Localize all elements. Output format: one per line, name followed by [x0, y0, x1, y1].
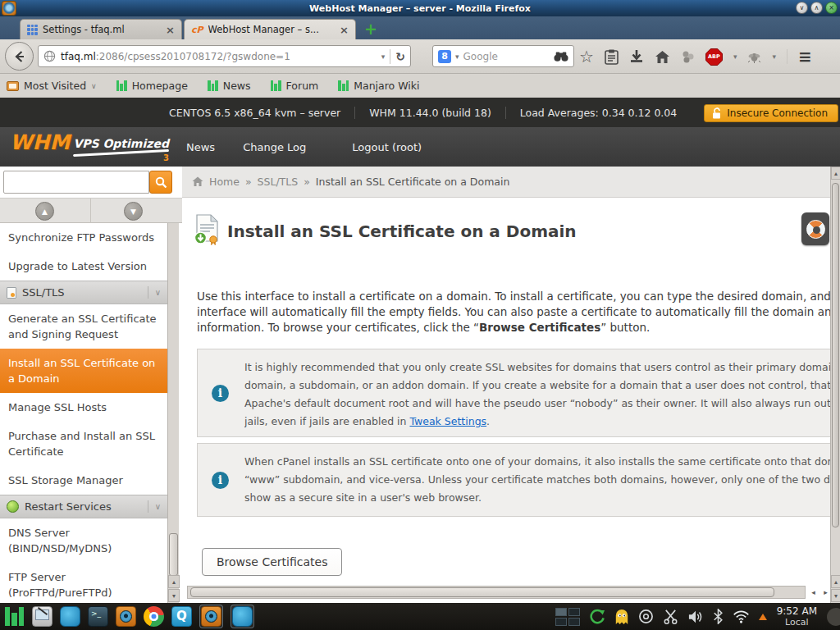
clipboard-scissors-icon[interactable] [663, 609, 678, 624]
reload-icon[interactable]: ↻ [395, 50, 405, 63]
bookmark-star-icon[interactable]: ☆ [579, 47, 594, 66]
minimize-button[interactable]: ∨ [796, 2, 808, 14]
workspace-switcher[interactable] [555, 608, 580, 626]
display-settings-icon[interactable] [32, 606, 52, 627]
menu-scroll-down-button[interactable]: ▼ [124, 202, 143, 221]
window-title: WebHost Manager – server - Mozilla Firef… [0, 3, 840, 14]
page-scrollbar-thumb[interactable] [832, 183, 839, 527]
chevron-down-icon: ∨ [91, 82, 97, 90]
menu-scroll-up-button[interactable]: ▲ [35, 202, 54, 221]
bookmark-forum[interactable]: Forum [271, 80, 319, 92]
bookmarks-clipboard-icon[interactable] [605, 49, 619, 65]
scroll-right-stepper[interactable]: ▸ [819, 586, 832, 599]
folder-icon [7, 81, 19, 91]
horizontal-scrollbar-thumb[interactable] [190, 587, 774, 597]
firefox-window-button[interactable] [199, 605, 223, 628]
greasemonkey-icon[interactable] [747, 51, 761, 63]
page-scrollbar-horizontal[interactable] [187, 586, 806, 599]
close-button[interactable]: × [825, 2, 838, 14]
disc-burner-icon[interactable] [638, 609, 654, 624]
sidebar-item-install-ssl[interactable]: Install an SSL Certificate on a Domain [0, 349, 167, 393]
open-lock-icon [711, 107, 722, 119]
insecure-connection-button[interactable]: Insecure Connection [704, 104, 838, 122]
whm-nav-changelog[interactable]: Change Log [243, 141, 306, 153]
firefox-launcher-icon[interactable] [116, 606, 136, 627]
sidebar-item-dns-server[interactable]: DNS Server (BIND/NSD/MyDNS) [0, 518, 167, 563]
sidebar-search-input[interactable] [3, 171, 149, 194]
section-collapse-icon[interactable]: ∨ [148, 286, 167, 299]
scroll-up-stepper[interactable]: ▴ [831, 575, 840, 588]
sidebar-search-button[interactable] [149, 171, 172, 194]
bookmark-manjaro-wiki[interactable]: Manjaro Wiki [338, 80, 419, 92]
scroll-left-stepper[interactable]: ◂ [807, 586, 819, 599]
sidebar-item-synchronize-ftp[interactable]: Synchronize FTP Passwords [0, 223, 167, 252]
url-text[interactable]: tfaq.ml:2086/cpsess2010708172/?gswdone=1 [61, 51, 377, 62]
search-icon [155, 176, 167, 189]
tweak-settings-link[interactable]: Tweak Settings [409, 415, 486, 427]
sidebar-scroll-strip: ▲ ▼ [0, 198, 182, 223]
breadcrumb-ssl-tls[interactable]: SSL/TLS [258, 176, 299, 188]
tab-close-icon[interactable]: × [166, 24, 175, 36]
tab-whm[interactable]: cP WebHost Manager – s... × [184, 19, 356, 39]
scroll-up-stepper[interactable]: ▴ [168, 575, 180, 588]
tab-close-icon[interactable]: × [340, 24, 349, 36]
manjaro-menu-icon[interactable] [4, 606, 25, 627]
bookmark-homepage[interactable]: Homepage [116, 80, 188, 92]
whm-nav-logout[interactable]: Logout (root) [352, 141, 422, 153]
search-bar[interactable]: 8 ▾ Google [432, 45, 574, 67]
sidebar-scrollbar[interactable]: ▴ ▾ [167, 223, 179, 603]
qupzilla-icon[interactable]: Q [171, 606, 192, 627]
sidebar-item-generate-ssl[interactable]: Generate an SSL Certificate and Signing … [0, 304, 167, 349]
breadcrumb-home[interactable]: Home [209, 176, 240, 188]
downloads-icon[interactable] [629, 49, 644, 64]
url-bar[interactable]: tfaq.ml:2086/cpsess2010708172/?gswdone=1… [38, 45, 411, 67]
sidebar-item-purchase-ssl[interactable]: Purchase and Install an SSL Certificate [0, 422, 167, 466]
update-notifier-icon[interactable] [590, 609, 605, 624]
sidebar-section-ssl-tls[interactable]: SSL/TLS ∨ [0, 281, 167, 304]
search-placeholder[interactable]: Google [463, 51, 550, 62]
pacman-ghost-icon[interactable] [614, 609, 629, 624]
sync-molecule-icon[interactable] [681, 50, 695, 64]
abp-dropdown-icon[interactable]: ▾ [733, 52, 737, 61]
help-button[interactable] [801, 212, 829, 245]
search-engine-dropdown-icon[interactable]: ▾ [455, 52, 459, 61]
adblock-plus-icon[interactable]: ABP [705, 48, 723, 66]
bluetooth-icon[interactable] [713, 609, 724, 624]
scroll-down-stepper[interactable]: ▾ [831, 589, 840, 602]
restart-services-icon [7, 500, 19, 513]
volume-icon[interactable] [687, 609, 704, 624]
wireshark-launcher-icon[interactable] [60, 606, 80, 627]
browse-certificates-button[interactable]: Browse Certificates [202, 548, 342, 576]
page-scrollbar-vertical[interactable]: ▴ ▴ ▾ [830, 167, 840, 603]
chromium-icon[interactable] [144, 606, 164, 627]
info-box-recommendation: i It is highly recommended that you only… [197, 349, 830, 437]
url-dropdown-icon[interactable]: ▾ [381, 52, 386, 61]
sidebar-item-ssl-storage[interactable]: SSL Storage Manager [0, 466, 167, 495]
bookmark-news[interactable]: News [208, 80, 251, 92]
terminal-icon[interactable]: >_ [88, 606, 108, 627]
wifi-icon[interactable] [733, 609, 750, 623]
sidebar-section-restart-services[interactable]: Restart Services ∨ [0, 495, 167, 518]
new-tab-button[interactable]: + [364, 21, 377, 37]
addon-dropdown-icon[interactable]: ▾ [772, 52, 776, 61]
sidebar-item-manage-ssl-hosts[interactable]: Manage SSL Hosts [0, 393, 167, 422]
clock-zone: Local [777, 617, 817, 628]
back-button[interactable] [5, 42, 34, 71]
home-icon[interactable] [655, 50, 670, 64]
wireshark-window-button[interactable] [231, 605, 254, 628]
notification-warning-icon[interactable] [759, 614, 767, 620]
sidebar-item-upgrade[interactable]: Upgrade to Latest Version [0, 252, 167, 281]
sidebar-scrollbar-thumb[interactable] [169, 533, 178, 576]
whm-logo[interactable]: WHM VPS Optimized 3 [10, 132, 162, 162]
scroll-up-stepper[interactable]: ▴ [831, 167, 840, 180]
scroll-down-stepper[interactable]: ▾ [168, 589, 180, 602]
hamburger-menu-icon[interactable]: ≡ [798, 47, 812, 66]
settings-grid-icon [27, 25, 38, 35]
bookmark-most-visited[interactable]: Most Visited ∨ [7, 80, 97, 92]
whm-nav-news[interactable]: News [186, 141, 215, 153]
maximize-button[interactable]: ∧ [810, 2, 823, 14]
sidebar-item-ftp-server[interactable]: FTP Server (ProFTPd/PureFTPd) [0, 563, 167, 603]
clock[interactable]: 9:52 AM Local [777, 606, 817, 628]
tab-settings[interactable]: Settings - tfaq.ml × [20, 19, 182, 39]
section-collapse-icon[interactable]: ∨ [148, 500, 167, 513]
